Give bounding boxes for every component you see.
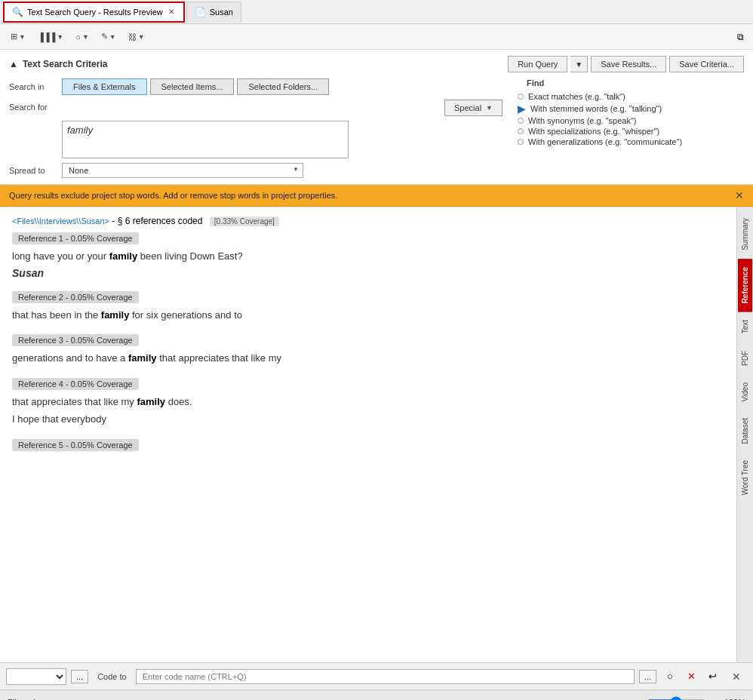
- code-name-input[interactable]: [136, 669, 635, 684]
- find-option-stemmed[interactable]: ▶ With stemmed words (e.g. "talking"): [518, 103, 744, 115]
- toolbar-btn-circle[interactable]: ○ ▼: [71, 29, 94, 45]
- save-results-button[interactable]: Save Results...: [591, 56, 666, 72]
- results-area[interactable]: <Files\\Interviews\\Susan> - § 6 referen…: [0, 207, 736, 662]
- chevron-icon: ▼: [19, 33, 26, 41]
- find-option-specializations[interactable]: With specializations (e.g. "whisper"): [518, 127, 744, 136]
- ref-3-text: generations and to have a family that ap…: [12, 351, 724, 366]
- special-btn-label: Special: [454, 103, 481, 112]
- ref-2-highlight: family: [101, 309, 130, 321]
- toolbar-btn-edit[interactable]: ✎ ▼: [97, 29, 121, 45]
- zoom-plus-button[interactable]: +: [713, 698, 718, 701]
- ref-2-label: Reference 2 - 0.05% Coverage: [12, 291, 139, 303]
- grid-icon: ⊞: [11, 32, 17, 41]
- toolbar-btn-chart[interactable]: ▐▐▐ ▼: [33, 29, 68, 45]
- find-option-dot-4: [518, 128, 524, 134]
- search-icon: 🔍: [12, 7, 23, 17]
- status-right-area: - + 100%: [638, 696, 745, 701]
- ref-2-text: that has been in the family for six gene…: [12, 308, 724, 323]
- ref-5-label: Reference 5 - 0.05% Coverage: [12, 439, 139, 451]
- run-query-button[interactable]: Run Query: [508, 56, 567, 72]
- chevron-icon-5: ▼: [138, 33, 145, 41]
- find-options-list: Exact matches (e.g. "talk") ▶ With stemm…: [518, 92, 744, 146]
- tab-label: Text Search Query - Results Preview: [27, 8, 163, 17]
- warning-close-button[interactable]: ✕: [735, 189, 744, 201]
- bottom-bar: ... Code to ... ○ ✕ ↩ ✕: [0, 662, 753, 689]
- toolbar: ⊞ ▼ ▐▐▐ ▼ ○ ▼ ✎ ▼ ⛓ ▼ ⧉: [0, 24, 753, 50]
- edit-icon: ✎: [101, 32, 108, 41]
- toolbar-btn-link[interactable]: ⛓ ▼: [124, 29, 149, 45]
- files-externals-button[interactable]: Files & Externals: [62, 78, 147, 95]
- bottom-icon-circle[interactable]: ○: [661, 668, 679, 686]
- search-main-area: Search in Files & Externals Selected Ite…: [9, 78, 744, 178]
- reference-5-block: Reference 5 - 0.05% Coverage: [12, 439, 724, 456]
- side-tab-pdf[interactable]: PDF: [738, 342, 752, 374]
- side-tab-video[interactable]: Video: [738, 374, 752, 410]
- bottom-dropdown[interactable]: [6, 668, 66, 685]
- search-in-label: Search in: [9, 82, 62, 91]
- search-left-panel: Search in Files & Externals Selected Ite…: [9, 78, 503, 178]
- bottom-dots-button-2[interactable]: ...: [639, 670, 656, 683]
- zoom-percentage: 100%: [724, 698, 745, 701]
- bottom-icon-return[interactable]: ↩: [703, 668, 721, 686]
- find-option-label-4: With specializations (e.g. "whisper"): [528, 127, 659, 136]
- side-tab-reference[interactable]: Reference: [738, 259, 752, 312]
- code-to-label: Code to: [97, 672, 127, 681]
- side-tab-summary[interactable]: Summary: [738, 210, 752, 259]
- maximize-button[interactable]: ⧉: [734, 29, 747, 45]
- criteria-section: ▲ Text Search Criteria Run Query ▼ Save …: [0, 50, 753, 185]
- link-icon: ⛓: [128, 32, 137, 41]
- reference-3-block: Reference 3 - 0.05% Coverage generations…: [12, 334, 724, 366]
- warning-bar: Query results exclude project stop words…: [0, 185, 753, 207]
- tab-susan[interactable]: 📄 Susan: [186, 2, 241, 23]
- ref-3-highlight: family: [128, 352, 157, 364]
- collapse-icon[interactable]: ▲: [9, 59, 18, 69]
- find-option-synonyms[interactable]: With synonyms (e.g. "speak"): [518, 116, 744, 125]
- side-tab-dataset[interactable]: Dataset: [738, 410, 752, 452]
- bottom-icons-group: ○ ✕ ↩: [661, 668, 721, 686]
- document-icon: 📄: [195, 7, 206, 17]
- bottom-close-button[interactable]: ✕: [726, 668, 747, 685]
- find-option-label-1: Exact matches (e.g. "talk"): [528, 92, 625, 101]
- selected-folders-button[interactable]: Selected Folders...: [237, 78, 329, 95]
- find-option-arrow: ▶: [518, 103, 526, 115]
- chevron-icon-3: ▼: [82, 33, 89, 41]
- run-query-arrow-button[interactable]: ▼: [570, 56, 588, 72]
- find-option-dot-5: [518, 139, 524, 145]
- status-bar: Filtered - + 100%: [0, 689, 753, 700]
- criteria-action-buttons: Run Query ▼ Save Results... Save Criteri…: [508, 56, 744, 72]
- bottom-icon-cross[interactable]: ✕: [682, 668, 700, 686]
- tab-label-2: Susan: [210, 8, 233, 17]
- tab-search-query[interactable]: 🔍 Text Search Query - Results Preview ✕: [3, 2, 185, 23]
- find-option-label-5: With generalizations (e.g. "communicate"…: [528, 137, 682, 146]
- ref-4-label: Reference 4 - 0.05% Coverage: [12, 378, 139, 390]
- ref-1-label: Reference 1 - 0.05% Coverage: [12, 232, 139, 244]
- bottom-dots-button[interactable]: ...: [71, 670, 88, 683]
- search-in-row: Search in Files & Externals Selected Ite…: [9, 78, 503, 95]
- selected-items-button[interactable]: Selected Items...: [150, 78, 235, 95]
- tab-close-button[interactable]: ✕: [167, 7, 176, 17]
- zoom-minus-button[interactable]: -: [638, 698, 641, 701]
- spread-to-label: Spread to: [9, 166, 62, 175]
- find-option-dot-3: [518, 118, 524, 124]
- side-tab-wordtree[interactable]: Word Tree: [738, 452, 752, 504]
- circle-icon: ○: [75, 32, 81, 41]
- file-link[interactable]: <Files\\Interviews\\Susan>: [12, 216, 109, 226]
- ref-summary-text: § 6 references coded: [118, 216, 203, 226]
- search-text-input[interactable]: family: [62, 121, 349, 158]
- reference-2-block: Reference 2 - 0.05% Coverage that has be…: [12, 291, 724, 323]
- special-button[interactable]: Special ▼: [444, 100, 503, 116]
- side-tabs-panel: Summary Reference Text PDF Video Dataset…: [736, 207, 753, 662]
- find-option-label-3: With synonyms (e.g. "speak"): [528, 116, 637, 125]
- find-option-generalizations[interactable]: With generalizations (e.g. "communicate"…: [518, 137, 744, 146]
- tab-bar: 🔍 Text Search Query - Results Preview ✕ …: [0, 0, 753, 24]
- toolbar-btn-grid[interactable]: ⊞ ▼: [6, 29, 30, 45]
- save-criteria-button[interactable]: Save Criteria...: [669, 56, 744, 72]
- spread-to-select[interactable]: None Paragraph Section Document: [62, 163, 303, 178]
- spread-select-wrapper: None Paragraph Section Document: [62, 163, 303, 178]
- ref-1-italic: Susan: [12, 267, 724, 279]
- search-for-label: Search for: [9, 100, 62, 112]
- zoom-slider[interactable]: [647, 696, 707, 701]
- side-tab-text[interactable]: Text: [738, 312, 752, 342]
- find-option-exact[interactable]: Exact matches (e.g. "talk"): [518, 92, 744, 101]
- warning-text: Query results exclude project stop words…: [9, 191, 337, 200]
